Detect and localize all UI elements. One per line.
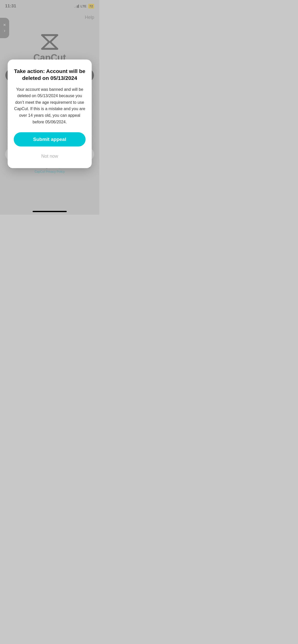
submit-appeal-button[interactable]: Submit appeal	[14, 132, 86, 147]
home-indicator	[33, 211, 67, 212]
modal-title: Take action: Account will be deleted on …	[14, 68, 86, 82]
modal-body: Your account was banned and will be dele…	[14, 86, 86, 125]
account-deletion-modal: Take action: Account will be deleted on …	[8, 60, 92, 168]
not-now-button[interactable]: Not now	[36, 152, 63, 161]
